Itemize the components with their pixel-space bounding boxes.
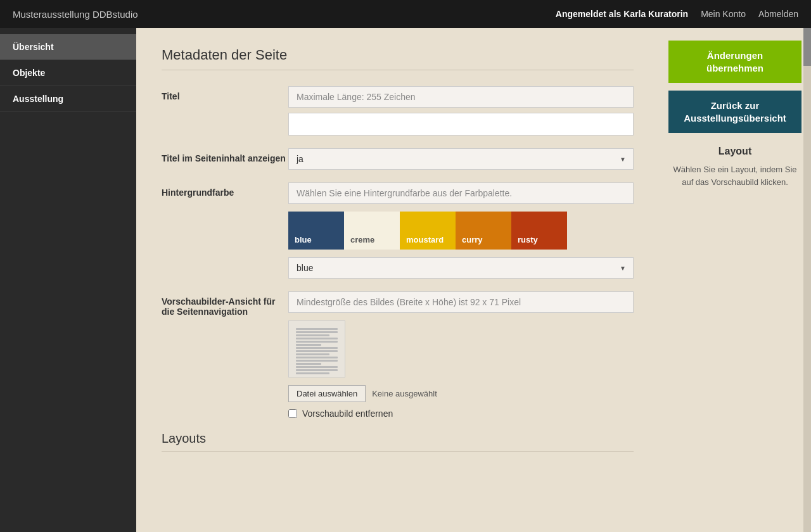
right-panel: Änderungenübernehmen Zurück zurAusstellu… [659, 28, 811, 532]
color-swatch-rusty[interactable]: rusty [511, 212, 567, 250]
sidebar: Übersicht Objekte Ausstellung [0, 28, 136, 532]
doc-line [296, 338, 338, 339]
preview-content: Mindestgröße des Bildes (Breite x Höhe) … [288, 291, 634, 419]
color-hint: Wählen Sie eine Hintergrundfarbe aus der… [288, 182, 634, 204]
color-select[interactable]: blue creme moustard curry rusty [288, 257, 634, 279]
sidebar-item-objekte[interactable]: Objekte [0, 60, 136, 86]
color-swatch-moustard[interactable]: moustard [400, 212, 456, 250]
back-to-overview-button[interactable]: Zurück zurAusstellungsübersicht [668, 91, 801, 133]
preview-hint: Mindestgröße des Bildes (Breite x Höhe) … [288, 291, 634, 313]
my-account-link[interactable]: Mein Konto [701, 9, 746, 19]
topbar: Musterausstellung DDBstudio Angemeldet a… [0, 0, 811, 28]
page-wrapper: Übersicht Objekte Ausstellung Metadaten … [0, 28, 811, 532]
title-input[interactable] [288, 113, 634, 136]
remove-preview-checkbox[interactable] [288, 409, 297, 418]
title-show-row: Titel im Seiteninhalt anzeigen ja nein [162, 148, 634, 170]
doc-line [296, 344, 321, 346]
background-color-content: Wählen Sie eine Hintergrundfarbe aus der… [288, 182, 634, 279]
remove-preview-label: Vorschaubild entfernen [302, 408, 393, 419]
title-content: Maximale Länge: 255 Zeichen [288, 86, 634, 136]
doc-line [296, 372, 329, 374]
sidebar-item-ausstellung[interactable]: Ausstellung [0, 86, 136, 112]
save-button[interactable]: Änderungenübernehmen [668, 41, 801, 83]
doc-line [296, 360, 338, 362]
scrollbar-thumb[interactable] [803, 28, 811, 66]
doc-line [296, 350, 338, 352]
page-title: Metadaten der Seite [162, 47, 634, 70]
background-color-label: Hintergrundfarbe [162, 182, 288, 198]
logout-link[interactable]: Abmelden [758, 9, 798, 19]
color-swatch-curry[interactable]: curry [456, 212, 511, 250]
doc-line [296, 369, 338, 371]
layout-title: Layout [668, 146, 801, 157]
logged-in-label: Angemeldet als Karla Kuratorin [556, 9, 688, 19]
preview-row: Vorschaubilder-Ansicht für die Seitennav… [162, 291, 634, 419]
title-show-label: Titel im Seiteninhalt anzeigen [162, 148, 288, 163]
layout-section: Layout Wählen Sie ein Layout, indem Sie … [668, 146, 801, 188]
background-color-row: Hintergrundfarbe Wählen Sie eine Hinterg… [162, 182, 634, 279]
doc-line [296, 363, 321, 365]
doc-line [296, 353, 329, 355]
layout-desc: Wählen Sie ein Layout, indem Sie auf das… [668, 163, 801, 188]
preview-doc [292, 324, 342, 374]
main-content: Metadaten der Seite Titel Maximale Länge… [136, 28, 659, 532]
doc-line [296, 341, 338, 343]
preview-image [288, 320, 345, 377]
title-label: Titel [162, 86, 288, 101]
sidebar-item-ubersicht[interactable]: Übersicht [0, 34, 136, 60]
color-swatch-creme[interactable]: creme [344, 212, 400, 250]
doc-line [296, 331, 338, 333]
scrollbar-track[interactable] [803, 28, 811, 532]
remove-preview-row: Vorschaubild entfernen [288, 408, 634, 419]
title-show-content: ja nein [288, 148, 634, 170]
doc-line [296, 357, 338, 358]
color-swatch-blue[interactable]: blue [288, 212, 344, 250]
app-title: Musterausstellung DDBstudio [13, 9, 138, 20]
layouts-title: Layouts [162, 431, 634, 452]
color-select-wrapper: blue creme moustard curry rusty [288, 257, 634, 279]
topbar-right: Angemeldet als Karla Kuratorin Mein Kont… [556, 9, 798, 19]
doc-line [296, 366, 338, 368]
doc-line [296, 347, 338, 349]
doc-line [296, 334, 329, 336]
color-swatches: blue creme moustard curry rusty [288, 212, 634, 250]
title-row: Titel Maximale Länge: 255 Zeichen [162, 86, 634, 136]
file-row: Datei auswählen Keine ausgewählt [288, 385, 634, 402]
file-select-button[interactable]: Datei auswählen [288, 385, 366, 402]
title-show-select[interactable]: ja nein [288, 148, 634, 170]
preview-label: Vorschaubilder-Ansicht für die Seitennav… [162, 291, 288, 317]
title-show-select-wrapper: ja nein [288, 148, 634, 170]
file-none-label: Keine ausgewählt [372, 389, 437, 398]
doc-line [296, 328, 338, 330]
title-placeholder-text: Maximale Länge: 255 Zeichen [288, 86, 634, 108]
